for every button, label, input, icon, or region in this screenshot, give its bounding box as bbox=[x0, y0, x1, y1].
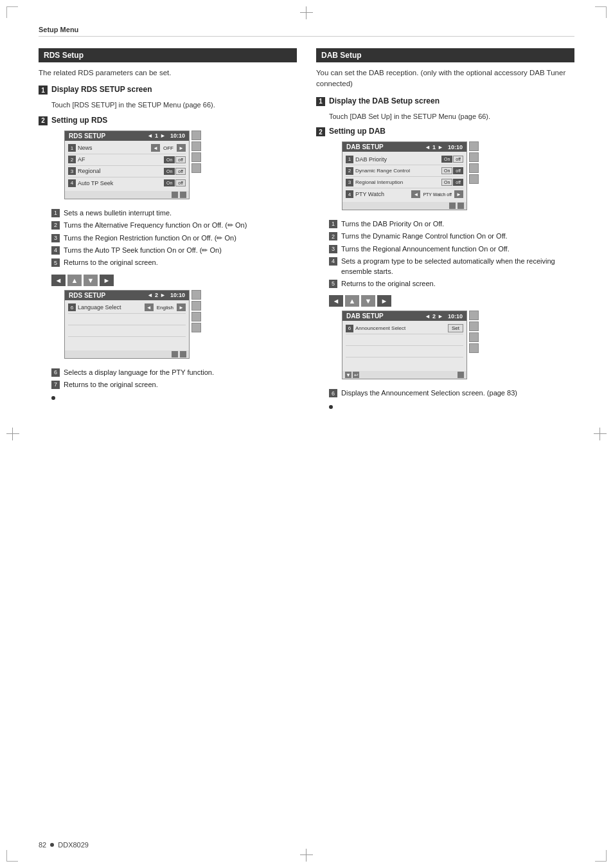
dab-item-6-text: Displays the Announcement Selection scre… bbox=[341, 388, 517, 398]
dab-pty-value: PTY Watch off bbox=[422, 192, 453, 197]
dab-screen2-side-icon-2[interactable] bbox=[469, 321, 479, 331]
rds-row-news-control[interactable]: ◄ OFF ► bbox=[151, 144, 186, 152]
rds-nav-right[interactable]: ► bbox=[100, 275, 114, 286]
rds-side-icon-1[interactable] bbox=[191, 131, 201, 140]
rds-row-langselect-control[interactable]: ◄ English ► bbox=[145, 303, 186, 311]
rds-nav-up[interactable]: ▲ bbox=[67, 275, 82, 286]
rds-news-next[interactable]: ► bbox=[177, 144, 186, 152]
dab-screen1-nav-next[interactable]: ► bbox=[438, 144, 443, 150]
rds-screen2-side-icon-2[interactable] bbox=[191, 301, 201, 311]
rds-af-toggle[interactable]: On off bbox=[164, 156, 186, 163]
rds-screen2-nav-next[interactable]: ► bbox=[160, 292, 166, 298]
rds-side-icon-3[interactable] bbox=[191, 152, 201, 162]
dab-list-item-2: 2 Turns the Dynamic Range Control functi… bbox=[329, 231, 574, 241]
rds-screen2-side-icon-3[interactable] bbox=[191, 312, 201, 321]
rds-autotpseek-on[interactable]: On bbox=[164, 179, 175, 186]
dab-side-icon-4[interactable] bbox=[469, 174, 479, 184]
dab-screen2-side-icon-4[interactable] bbox=[469, 343, 479, 353]
dab-regional-off[interactable]: off bbox=[453, 179, 463, 186]
dab-side-icon-3[interactable] bbox=[469, 163, 479, 173]
rds-list-item-2: 2 Turns the Alternative Frequency functi… bbox=[51, 221, 297, 230]
dab-screen2-nav-prev[interactable]: ◄ bbox=[425, 313, 431, 320]
rds-badge-7: 7 bbox=[51, 381, 60, 389]
dab-step1-num: 1 bbox=[316, 97, 325, 106]
rds-autotpseek-toggle[interactable]: On off bbox=[164, 179, 186, 186]
rds-row-empty2 bbox=[68, 325, 186, 337]
dab-announce-set[interactable]: Set bbox=[448, 324, 463, 332]
rds-side-icon-2[interactable] bbox=[191, 141, 201, 151]
dab-nav-up[interactable]: ▲ bbox=[345, 295, 359, 307]
dab-nav-left[interactable]: ◄ bbox=[329, 295, 343, 307]
dab-side-icon-1[interactable] bbox=[469, 141, 479, 151]
dab-pty-next[interactable]: ► bbox=[454, 190, 463, 198]
dab-step1-label: Display the DAB Setup screen bbox=[329, 96, 440, 105]
rds-nav-left[interactable]: ◄ bbox=[51, 275, 66, 286]
rds-screen1-nav-next[interactable]: ► bbox=[160, 132, 166, 139]
rds-lang-next[interactable]: ► bbox=[177, 303, 186, 311]
dab-drc-off[interactable]: off bbox=[453, 167, 463, 174]
rds-regional-off[interactable]: off bbox=[175, 168, 186, 175]
dab-row-announce-control[interactable]: Set bbox=[448, 324, 463, 332]
rds-row-af-control[interactable]: On off bbox=[164, 156, 186, 163]
rds-regional-on[interactable]: On bbox=[164, 168, 175, 175]
rds-lang-prev[interactable]: ◄ bbox=[145, 303, 154, 311]
dab-priority-off[interactable]: off bbox=[453, 156, 463, 163]
dab-screen2-footer-down[interactable]: ▼ bbox=[345, 372, 351, 378]
rds-screen1-footer bbox=[65, 191, 189, 199]
rds-row-autotpseek-control[interactable]: On off bbox=[164, 179, 186, 186]
dab-row-regional-control[interactable]: On off bbox=[441, 179, 463, 186]
rds-row-news: 1 News ◄ OFF ► bbox=[68, 143, 186, 154]
rds-screen2-nav: ◄ 2 ► 10:10 bbox=[147, 292, 185, 298]
rds-row-regional-control[interactable]: On off bbox=[164, 168, 186, 175]
corner-mark-tr bbox=[595, 6, 607, 18]
rds-screen1-time: 10:10 bbox=[170, 132, 185, 139]
dab-row-empty3 bbox=[346, 357, 463, 369]
dab-item-3-text: Turns the Regional Announcement function… bbox=[341, 244, 510, 254]
dab-screen1-header: DAB SETUP ◄ 1 ► 10:10 bbox=[342, 142, 466, 152]
rds-autotpseek-off[interactable]: off bbox=[175, 179, 186, 186]
dab-regional-on[interactable]: On bbox=[441, 179, 452, 186]
dab-side-icon-2[interactable] bbox=[469, 152, 479, 162]
dab-screen1-nav: ◄ 1 ► 10:10 bbox=[425, 144, 463, 150]
dab-step2-num: 2 bbox=[316, 127, 325, 136]
rds-bullet-sep bbox=[51, 396, 55, 400]
dab-priority-on[interactable]: On bbox=[441, 156, 452, 163]
rds-badge-1: 1 bbox=[51, 209, 60, 217]
dab-row-drc-control[interactable]: On off bbox=[441, 167, 463, 174]
rds-af-on[interactable]: On bbox=[164, 156, 175, 163]
rds-list-item-3: 3 Turns the Region Restriction function … bbox=[51, 233, 297, 243]
rds-screen2-side-icon-4[interactable] bbox=[191, 323, 201, 332]
dab-screen2-footer-back[interactable]: ↩ bbox=[353, 372, 359, 378]
dab-regional-toggle[interactable]: On off bbox=[441, 179, 463, 186]
rds-side-icon-4[interactable] bbox=[191, 163, 201, 173]
rds-regional-toggle[interactable]: On off bbox=[164, 168, 186, 175]
rds-screen2-nav-prev[interactable]: ◄ bbox=[147, 292, 153, 298]
footer-model: DDX8029 bbox=[58, 841, 89, 849]
rds-news-prev[interactable]: ◄ bbox=[151, 144, 160, 152]
corner-mark-br bbox=[595, 850, 607, 862]
rds-af-off[interactable]: off bbox=[175, 156, 186, 163]
rds-screen2-side-icon-1[interactable] bbox=[191, 290, 201, 300]
dab-row-ptywatch-control[interactable]: ◄ PTY Watch off ► bbox=[411, 190, 463, 198]
rds-screen2-title-area: RDS SETUP bbox=[69, 292, 105, 299]
rds-badge-6: 6 bbox=[51, 368, 60, 377]
dab-screen1-nav-prev[interactable]: ◄ bbox=[425, 144, 431, 150]
dab-drc-toggle[interactable]: On off bbox=[441, 167, 463, 174]
dab-row-ptywatch-num: 4 bbox=[346, 190, 353, 198]
dab-screen2-side-icon-3[interactable] bbox=[469, 332, 479, 342]
rds-screen1-nav-prev[interactable]: ◄ bbox=[147, 132, 153, 139]
dab-nav-down[interactable]: ▼ bbox=[361, 295, 375, 307]
dab-pty-prev[interactable]: ◄ bbox=[411, 190, 420, 198]
rds-item-2-text: Turns the Alternative Frequency function… bbox=[64, 221, 247, 230]
dab-screen2-side-icon-1[interactable] bbox=[469, 311, 479, 320]
dab-screen2-nav-next[interactable]: ► bbox=[438, 313, 443, 320]
dab-row-announce-label: Announcement Select bbox=[355, 325, 448, 331]
dab-nav-right[interactable]: ► bbox=[377, 295, 391, 307]
dab-row-priority-control[interactable]: On off bbox=[441, 156, 463, 163]
rds-row-autotpseek-label: Auto TP Seek bbox=[78, 180, 164, 186]
rds-nav-down[interactable]: ▼ bbox=[84, 275, 98, 286]
dab-screen2-body: 6 Announcement Select Set bbox=[342, 321, 466, 371]
dab-drc-on[interactable]: On bbox=[441, 167, 452, 174]
rds-list-item-7: 7 Returns to the original screen. bbox=[51, 380, 297, 390]
dab-priority-toggle[interactable]: On off bbox=[441, 156, 463, 163]
